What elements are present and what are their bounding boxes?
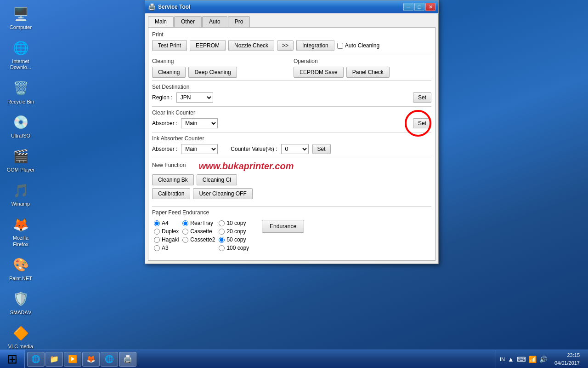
set-ink-absorber-button[interactable]: Set — [312, 144, 331, 154]
radio-reartray[interactable]: RearTray — [182, 220, 215, 226]
service-tool-taskbar-icon: 🖨️ — [123, 355, 132, 363]
ink-absorber-counter-row: Absorber : Main Border Counter Value(%) … — [152, 144, 431, 154]
deep-cleaning-button[interactable]: Deep Cleaning — [188, 67, 237, 78]
media-icon: ▶️ — [68, 355, 77, 363]
clear-ink-counter-section: Clear Ink Counter Absorber : Main Border… — [152, 109, 431, 128]
taskbar-media-player[interactable]: ▶️ — [64, 352, 81, 367]
radio-duplex[interactable]: Duplex — [154, 228, 179, 235]
set-destination-label: Set Destination — [152, 84, 431, 90]
up-arrow-icon[interactable]: ▲ — [508, 356, 514, 363]
print-buttons-row: Test Print EEPROM Nozzle Check >> Integr… — [152, 40, 431, 51]
cleaning-buttons: Cleaning Deep Cleaning — [152, 67, 290, 78]
test-print-button[interactable]: Test Print — [152, 40, 187, 51]
radio-20copy[interactable]: 20 copy — [219, 228, 249, 235]
set-clear-ink-button[interactable]: Set — [413, 118, 431, 128]
ink-absorber-counter-section: Ink Absorber Counter Absorber : Main Bor… — [152, 135, 431, 154]
icon-computer[interactable]: 🖥️ Computer — [5, 5, 37, 30]
absorber1-select[interactable]: Main Border — [181, 118, 218, 128]
radio-a4[interactable]: A4 — [154, 220, 179, 226]
new-function-header: New Function www.bukaprinter.com — [152, 161, 431, 172]
icon-recycle-bin[interactable]: 🗑️ Recycle Bin — [5, 79, 37, 105]
integration-button[interactable]: Integration — [296, 40, 334, 51]
cleaning-operation-row: Cleaning Cleaning Deep Cleaning Operatio… — [152, 58, 431, 78]
auto-cleaning-label: Auto Cleaning — [345, 42, 379, 49]
taskbar-items: 🌐 📁 ▶️ 🦊 🌐 🖨️ — [25, 350, 496, 368]
absorber2-select[interactable]: Main Border — [181, 144, 218, 154]
network-icon: 🌐 — [105, 355, 114, 363]
cleaning-ci-button[interactable]: Cleaning CI — [197, 174, 237, 185]
taskbar-service-tool[interactable]: 🖨️ — [119, 352, 136, 367]
tab-pro[interactable]: Pro — [228, 16, 250, 27]
taskbar-firefox[interactable]: 🦊 — [82, 352, 100, 367]
icon-paintnet[interactable]: 🎨 Paint.NET — [5, 256, 37, 282]
endurance-wrapper: Endurance — [262, 220, 304, 233]
icon-internet[interactable]: 🌐 InternetDownlo... — [5, 39, 37, 70]
nozzle-check-button[interactable]: Nozzle Check — [228, 40, 274, 51]
auto-cleaning-checkbox[interactable] — [337, 43, 343, 49]
ie-icon: 🌐 — [31, 355, 40, 363]
counter-value-label: Counter Value(%) : — [231, 146, 277, 152]
taskbar-ie[interactable]: 🌐 — [27, 352, 45, 367]
icon-firefox[interactable]: 🦊 MozillaFirefox — [5, 215, 37, 247]
radio-100copy[interactable]: 100 copy — [219, 245, 249, 251]
region-select[interactable]: JPN USA EUR — [176, 92, 213, 103]
calibration-button[interactable]: Calibration — [152, 188, 190, 199]
cleaning-label: Cleaning — [152, 58, 290, 64]
close-button[interactable]: ✕ — [425, 3, 435, 11]
paper-feed-endurance-section: Paper Feed Endurance A4 Duplex Hagaki — [152, 209, 431, 253]
minimize-button[interactable]: ─ — [403, 3, 413, 11]
counter-value-select[interactable]: 0 — [281, 144, 309, 154]
tab-auto[interactable]: Auto — [202, 16, 227, 27]
taskbar-network[interactable]: 🌐 — [101, 352, 118, 367]
new-function-section: New Function www.bukaprinter.com Cleanin… — [152, 161, 431, 202]
more-button[interactable]: >> — [277, 40, 294, 51]
window-icon: 🖨️ — [148, 3, 156, 11]
print-label: Print — [152, 31, 431, 38]
user-cleaning-off-button[interactable]: User Cleaning OFF — [193, 188, 252, 199]
windows-logo-icon: ⊞ — [7, 351, 17, 367]
region-label: Region : — [152, 94, 173, 101]
desktop: 🖥️ Computer 🌐 InternetDownlo... 🗑️ Recyc… — [0, 0, 588, 368]
new-function-buttons-row2: Calibration User Cleaning OFF — [152, 188, 431, 199]
paper-feed-content: A4 Duplex Hagaki A3 — [152, 218, 431, 253]
volume-icon[interactable]: 🔊 — [539, 356, 547, 363]
eeprom-save-button[interactable]: EEPROM Save — [294, 67, 344, 78]
taskbar-folder[interactable]: 📁 — [45, 352, 63, 367]
set-destination-button[interactable]: Set — [413, 92, 431, 103]
set-clear-ink-wrapper: Set — [413, 118, 431, 128]
radio-cassette2[interactable]: Cassette2 — [182, 236, 215, 243]
clock-date: 04/01/2017 — [554, 359, 580, 367]
folder-icon: 📁 — [50, 355, 59, 363]
clear-ink-counter-label: Clear Ink Counter — [152, 109, 431, 116]
auto-cleaning-checkbox-label[interactable]: Auto Cleaning — [337, 42, 379, 49]
tray-group: RearTray Cassette Cassette2 — [182, 220, 215, 243]
new-function-label: New Function — [152, 162, 186, 168]
tab-main[interactable]: Main — [148, 16, 174, 27]
maximize-button[interactable]: □ — [414, 3, 424, 11]
icon-ultraiso[interactable]: 💿 UltraISO — [5, 113, 37, 139]
cleaning-button[interactable]: Cleaning — [152, 67, 186, 78]
radio-a3[interactable]: A3 — [154, 245, 179, 251]
radio-10copy[interactable]: 10 copy — [219, 220, 249, 226]
set-destination-row: Region : JPN USA EUR Set — [152, 92, 431, 103]
radio-hagaki[interactable]: Hagaki — [154, 236, 179, 243]
new-function-buttons-row1: Cleaning Bk Cleaning CI — [152, 174, 431, 185]
radio-50copy[interactable]: 50 copy — [219, 236, 249, 243]
language-indicator: IN — [500, 356, 505, 362]
radio-cassette[interactable]: Cassette — [182, 228, 215, 235]
panel-check-button[interactable]: Panel Check — [346, 67, 390, 78]
window-title: Service Tool — [158, 4, 401, 10]
firefox-taskbar-icon: 🦊 — [86, 355, 96, 363]
tab-other[interactable]: Other — [174, 16, 202, 27]
icon-winamp[interactable]: 🎵 Winamp — [5, 181, 37, 207]
window-titlebar: 🖨️ Service Tool ─ □ ✕ — [145, 0, 438, 13]
endurance-button[interactable]: Endurance — [262, 220, 304, 233]
icon-smadav[interactable]: 🛡️ SMADΔV — [5, 290, 37, 316]
eeprom-button[interactable]: EEPROM — [190, 40, 226, 51]
window-content: Main Other Auto Pro Print Test Print EEP… — [145, 13, 438, 264]
desktop-icons: 🖥️ Computer 🌐 InternetDownlo... 🗑️ Recyc… — [5, 5, 37, 356]
icon-gomplayer[interactable]: 🎬 GOM Player — [5, 147, 37, 173]
start-button[interactable]: ⊞ — [0, 350, 25, 368]
ink-absorber-counter-label: Ink Absorber Counter — [152, 135, 431, 142]
cleaning-bk-button[interactable]: Cleaning Bk — [152, 174, 194, 185]
